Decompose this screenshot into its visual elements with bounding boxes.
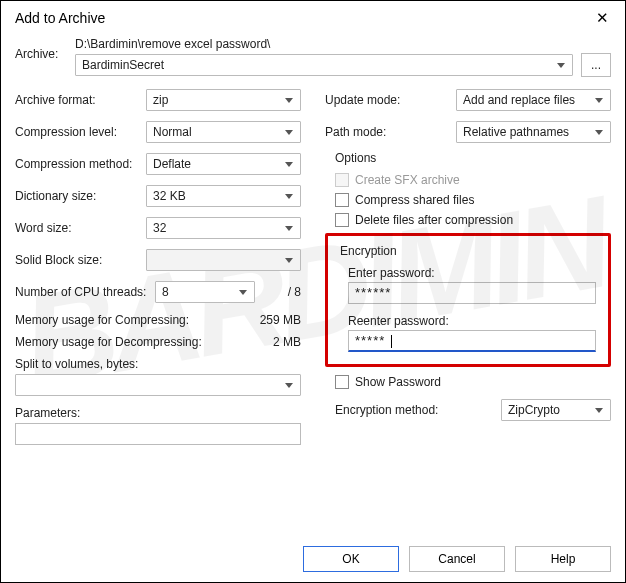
mem-comp-label: Memory usage for Compressing: (15, 313, 189, 327)
method-select[interactable]: Deflate (146, 153, 301, 175)
enter-password-label: Enter password: (348, 266, 596, 280)
split-label: Split to volumes, bytes: (15, 357, 301, 371)
word-label: Word size: (15, 221, 146, 235)
archive-name-value: BardiminSecret (82, 58, 164, 72)
window-title: Add to Archive (15, 10, 105, 26)
cpu-label: Number of CPU threads: (15, 285, 155, 299)
method-label: Compression method: (15, 157, 146, 171)
dict-label: Dictionary size: (15, 189, 146, 203)
level-label: Compression level: (15, 125, 146, 139)
params-input[interactable] (15, 423, 301, 445)
archive-path: D:\Bardimin\remove excel password\ (75, 37, 611, 51)
show-password-row[interactable]: Show Password (335, 375, 611, 389)
encryption-group: Encryption Enter password: ****** Reente… (325, 233, 611, 367)
delete-checkbox-row[interactable]: Delete files after compression (335, 213, 611, 227)
cpu-total: / 8 (255, 285, 301, 299)
update-select[interactable]: Add and replace files (456, 89, 611, 111)
browse-button[interactable]: ... (581, 53, 611, 77)
password-input[interactable]: ****** (348, 282, 596, 304)
checkbox-icon[interactable] (335, 193, 349, 207)
enc-method-select[interactable]: ZipCrypto (501, 399, 611, 421)
encryption-title: Encryption (340, 244, 596, 258)
ok-button[interactable]: OK (303, 546, 399, 572)
update-label: Update mode: (325, 93, 456, 107)
pathmode-select[interactable]: Relative pathnames (456, 121, 611, 143)
format-select[interactable]: zip (146, 89, 301, 111)
titlebar: Add to Archive ✕ (1, 1, 625, 33)
archive-label: Archive: (15, 37, 61, 61)
archive-name-combo[interactable]: BardiminSecret (75, 54, 573, 76)
mem-decomp-label: Memory usage for Decompressing: (15, 335, 202, 349)
checkbox-icon (335, 173, 349, 187)
reenter-password-label: Reenter password: (348, 314, 596, 328)
cpu-select[interactable]: 8 (155, 281, 255, 303)
params-label: Parameters: (15, 406, 301, 420)
dict-select[interactable]: 32 KB (146, 185, 301, 207)
format-label: Archive format: (15, 93, 146, 107)
reenter-password-input[interactable]: ***** (348, 330, 596, 352)
shared-checkbox-row[interactable]: Compress shared files (335, 193, 611, 207)
help-button[interactable]: Help (515, 546, 611, 572)
checkbox-icon[interactable] (335, 375, 349, 389)
sfx-checkbox-row: Create SFX archive (335, 173, 611, 187)
pathmode-label: Path mode: (325, 125, 456, 139)
mem-comp-value: 259 MB (260, 313, 301, 327)
close-icon[interactable]: ✕ (590, 7, 615, 29)
solid-label: Solid Block size: (15, 253, 146, 267)
options-title: Options (335, 151, 611, 165)
split-combo[interactable] (15, 374, 301, 396)
level-select[interactable]: Normal (146, 121, 301, 143)
word-select[interactable]: 32 (146, 217, 301, 239)
checkbox-icon[interactable] (335, 213, 349, 227)
solid-select[interactable] (146, 249, 301, 271)
enc-method-label: Encryption method: (335, 403, 491, 417)
cancel-button[interactable]: Cancel (409, 546, 505, 572)
mem-decomp-value: 2 MB (273, 335, 301, 349)
